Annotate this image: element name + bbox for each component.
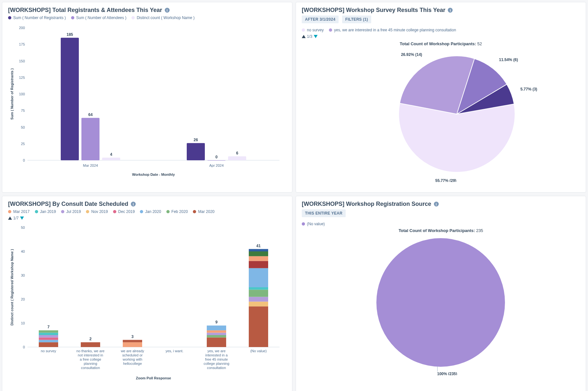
svg-rect-46: [81, 342, 100, 347]
filter-pill-date[interactable]: AFTER 3/1/2024: [302, 16, 339, 23]
info-icon[interactable]: i: [165, 8, 170, 13]
legend-item[interactable]: Mar 2020: [193, 209, 215, 214]
svg-rect-56: [207, 333, 226, 335]
legend-item[interactable]: Feb 2020: [166, 209, 188, 214]
svg-text:0: 0: [23, 158, 25, 162]
svg-rect-39: [39, 340, 58, 342]
pager-next-icon[interactable]: [314, 35, 318, 38]
svg-text:no survey: no survey: [41, 349, 56, 353]
svg-rect-15: [102, 158, 120, 160]
svg-rect-55: [207, 335, 226, 337]
svg-rect-43: [39, 330, 58, 333]
svg-text:50: 50: [21, 226, 25, 229]
info-icon[interactable]: i: [131, 202, 136, 206]
svg-rect-22: [228, 156, 246, 160]
svg-text:26.92% (14): 26.92% (14): [401, 52, 422, 57]
legend-item[interactable]: yes, we are interested in a free 45 minu…: [329, 28, 456, 32]
svg-text:Distinct count ( Registered Wo: Distinct count ( Registered Workshop Nam…: [10, 249, 14, 325]
legend: (No value): [302, 222, 580, 226]
svg-rect-69: [249, 251, 268, 256]
card-total-registrants: [WORKSHOPS] Total Registrants & Attendee…: [2, 2, 292, 193]
svg-text:5.77% (3): 5.77% (3): [520, 87, 537, 91]
pie-chart-survey: 55.77% (29)26.92% (14)11.54% (6)5.77% (3…: [302, 46, 580, 182]
svg-text:4: 4: [110, 152, 112, 157]
legend-item[interactable]: Jan 2020: [140, 209, 161, 214]
pager-text: 1/7: [13, 216, 19, 220]
legend-item[interactable]: Nov 2019: [86, 209, 108, 214]
pie-total-header: Total Count of Workshop Participants: 52: [302, 41, 580, 46]
pager-prev-icon[interactable]: [302, 35, 306, 38]
legend-item[interactable]: Jan 2019: [35, 209, 56, 214]
card-title: [WORKSHOPS] By Consult Date Scheduled: [8, 201, 128, 207]
legend-pager: 1/3: [302, 34, 318, 39]
svg-text:(No value): (No value): [250, 349, 267, 353]
svg-text:Apr 2024: Apr 2024: [209, 164, 224, 167]
svg-rect-65: [249, 287, 268, 290]
svg-rect-38: [39, 342, 58, 347]
info-icon[interactable]: i: [434, 202, 439, 206]
svg-text:75: 75: [21, 109, 25, 112]
svg-text:100% (235): 100% (235): [437, 372, 457, 375]
svg-text:Sum ( Number of Registrants ): Sum ( Number of Registrants ): [10, 68, 14, 120]
legend-item[interactable]: Jul 2019: [61, 209, 81, 214]
svg-text:0: 0: [23, 345, 25, 349]
legend-item[interactable]: (No value): [302, 222, 325, 226]
svg-text:we are alreadyscheduled orwork: we are alreadyscheduled orworking withhe…: [121, 349, 144, 365]
svg-text:125: 125: [19, 76, 25, 79]
legend: no survey yes, we are interested in a fr…: [302, 28, 580, 32]
svg-text:26: 26: [194, 138, 198, 142]
svg-text:175: 175: [19, 42, 25, 46]
svg-text:Zoom Poll Response: Zoom Poll Response: [136, 376, 171, 380]
svg-rect-62: [249, 301, 268, 306]
svg-text:41: 41: [256, 244, 261, 248]
svg-text:20: 20: [21, 297, 25, 301]
svg-text:50: 50: [21, 125, 25, 129]
filter-pill-year[interactable]: THIS ENTIRE YEAR: [302, 209, 346, 217]
card-consult-date: [WORKSHOPS] By Consult Date Scheduled i …: [2, 196, 292, 391]
pie-total-header: Total Count of Workshop Participants: 23…: [302, 228, 580, 233]
svg-text:6: 6: [236, 151, 238, 155]
svg-rect-13: [81, 118, 100, 160]
bar-chart-registrants: 0255075100125150175200Sum ( Number of Re…: [8, 21, 286, 180]
legend-item[interactable]: Sum ( Number of Registrants ): [8, 16, 66, 20]
svg-text:25: 25: [21, 142, 25, 146]
svg-rect-42: [39, 333, 58, 335]
legend: Sum ( Number of Registrants ) Sum ( Numb…: [8, 16, 286, 20]
svg-point-74: [376, 238, 505, 367]
legend-item[interactable]: Mar 2017: [8, 209, 30, 214]
svg-text:30: 30: [21, 273, 25, 277]
legend-item[interactable]: Dec 2019: [113, 209, 135, 214]
pager-prev-icon[interactable]: [8, 217, 12, 220]
card-survey-results: [WORKSHOPS] Workshop Survey Results This…: [296, 2, 586, 193]
pager-text: 1/3: [307, 34, 312, 39]
svg-rect-40: [39, 337, 58, 340]
svg-rect-57: [207, 330, 226, 333]
svg-text:yes, i want.: yes, i want.: [165, 349, 183, 353]
svg-rect-67: [249, 261, 268, 268]
svg-rect-58: [207, 325, 226, 330]
svg-text:150: 150: [19, 59, 25, 63]
legend-item[interactable]: Distinct count ( Workshop Name ): [131, 16, 194, 20]
legend-item[interactable]: Sum ( Number of Attendees ): [71, 16, 126, 20]
card-registration-source: [WORKSHOPS] Workshop Registration Source…: [296, 196, 586, 391]
svg-rect-54: [207, 337, 226, 347]
svg-text:9: 9: [215, 320, 218, 324]
svg-rect-63: [249, 297, 268, 302]
pager-next-icon[interactable]: [20, 217, 24, 220]
legend-item[interactable]: no survey: [302, 28, 324, 32]
svg-text:2: 2: [89, 337, 92, 341]
svg-text:11.54% (6): 11.54% (6): [499, 58, 518, 62]
card-title: [WORKSHOPS] Workshop Registration Source: [302, 201, 431, 207]
svg-rect-11: [61, 38, 79, 160]
card-title: [WORKSHOPS] Workshop Survey Results This…: [302, 7, 445, 14]
dashboard-grid: [WORKSHOPS] Total Registrants & Attendee…: [0, 0, 588, 391]
svg-text:3: 3: [131, 334, 134, 339]
svg-rect-66: [249, 268, 268, 287]
svg-text:100: 100: [19, 92, 25, 96]
info-icon[interactable]: i: [448, 8, 453, 13]
svg-text:10: 10: [21, 321, 25, 325]
svg-text:Mar 2024: Mar 2024: [83, 164, 98, 167]
filter-pill-filters[interactable]: FILTERS (1): [342, 16, 371, 23]
legend-pager: 1/7: [8, 216, 24, 220]
svg-text:yes, we areinterested in afree: yes, we areinterested in afree 45 minute…: [204, 349, 229, 370]
